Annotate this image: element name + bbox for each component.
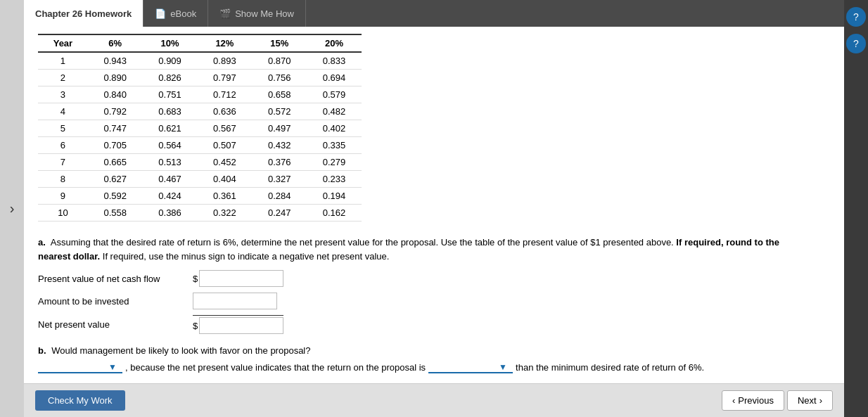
cell-value: 0.705: [88, 137, 143, 154]
help-icon[interactable]: ?: [846, 7, 866, 27]
cell-value: 0.327: [252, 171, 307, 188]
cell-value: 0.507: [197, 137, 252, 154]
section-a-label: a.: [38, 237, 46, 248]
cell-year: 6: [38, 137, 88, 154]
dropdown1-arrow-icon: ▼: [108, 362, 117, 372]
next-label: Next: [798, 395, 817, 406]
cell-value: 0.840: [88, 86, 143, 103]
cell-value: 0.792: [88, 103, 143, 120]
table-row: 10.9430.9090.8930.8700.833: [38, 52, 362, 70]
net-present-value-input[interactable]: [199, 317, 283, 334]
dropdown1-select[interactable]: Yes No: [38, 361, 108, 372]
homework-tab-label: Chapter 26 Homework: [35, 8, 132, 19]
section-a-text: a. Assuming that the desired rate of ret…: [38, 236, 812, 263]
section-b: b. Would management be likely to look wi…: [38, 345, 830, 373]
cell-value: 0.467: [143, 171, 198, 188]
cell-value: 0.797: [197, 70, 252, 86]
cell-year: 3: [38, 86, 88, 103]
previous-button[interactable]: ‹ Previous: [722, 390, 784, 411]
table-header-row: Year 6% 10% 12% 15% 20%: [38, 34, 362, 52]
next-button[interactable]: Next ›: [787, 390, 833, 411]
inline-text-1: , because the net present value indicate…: [125, 362, 426, 373]
cell-value: 0.567: [197, 120, 252, 137]
cell-value: 0.452: [197, 154, 252, 171]
dropdown2-arrow-icon: ▼: [499, 362, 507, 372]
cell-value: 0.482: [307, 103, 362, 120]
dropdown2-wrapper[interactable]: greater less equal ▼: [428, 361, 513, 373]
right-arrow-icon: ›: [10, 200, 15, 217]
pv-net-cashflow-input[interactable]: [199, 270, 283, 287]
cell-value: 0.497: [252, 120, 307, 137]
section-a-sub-text: If required, use the minus sign to indic…: [103, 251, 390, 262]
cell-value: 0.621: [143, 120, 198, 137]
tab-homework[interactable]: Chapter 26 Homework: [24, 0, 143, 27]
cell-value: 0.279: [307, 154, 362, 171]
cell-value: 0.579: [307, 86, 362, 103]
col-12pct: 12%: [197, 34, 252, 52]
dropdown1-wrapper[interactable]: Yes No ▼: [38, 361, 122, 373]
ebook-icon: 📄: [155, 8, 166, 19]
table-row: 100.5580.3860.3220.2470.162: [38, 205, 362, 222]
check-work-label: Check My Work: [48, 395, 113, 406]
col-year: Year: [38, 34, 88, 52]
info-icon[interactable]: ?: [846, 34, 866, 53]
amount-label: Amount to be invested: [38, 296, 186, 307]
cell-value: 0.558: [88, 205, 143, 222]
cell-value: 0.943: [88, 52, 143, 70]
tab-ebook[interactable]: 📄 eBook: [143, 0, 208, 27]
table-row: 50.7470.6210.5670.4970.402: [38, 120, 362, 137]
cell-value: 0.284: [252, 188, 307, 205]
table-body: 10.9430.9090.8930.8700.83320.8900.8260.7…: [38, 52, 362, 222]
cell-value: 0.890: [88, 70, 143, 86]
form-row-amount: Amount to be invested: [38, 293, 830, 309]
cell-value: 0.683: [143, 103, 198, 120]
scroll-area: Year 6% 10% 12% 15% 20% 10.9430.9090.893…: [24, 27, 844, 383]
section-b-main-text: Would management be likely to look with …: [51, 345, 310, 356]
section-a: a. Assuming that the desired rate of ret…: [38, 236, 830, 334]
cell-value: 0.712: [197, 86, 252, 103]
cell-year: 10: [38, 205, 88, 222]
show-me-how-tab-label: Show Me How: [235, 8, 294, 19]
bottom-bar: Check My Work ‹ Previous Next ›: [24, 383, 844, 417]
cell-value: 0.826: [143, 70, 198, 86]
cell-value: 0.402: [307, 120, 362, 137]
table-row: 90.5920.4240.3610.2840.194: [38, 188, 362, 205]
cell-value: 0.833: [307, 52, 362, 70]
left-panel-toggle[interactable]: ›: [0, 0, 24, 417]
cell-value: 0.322: [197, 205, 252, 222]
section-b-inline-form: Yes No ▼ , because the net present value…: [38, 361, 830, 373]
col-20pct: 20%: [307, 34, 362, 52]
show-me-how-icon: 🎬: [219, 8, 231, 19]
cell-value: 0.665: [88, 154, 143, 171]
cell-value: 0.233: [307, 171, 362, 188]
cell-value: 0.194: [307, 188, 362, 205]
form-row-npv: Net present value $: [38, 315, 830, 334]
cell-value: 0.162: [307, 205, 362, 222]
cell-value: 0.909: [143, 52, 198, 70]
cell-value: 0.592: [88, 188, 143, 205]
col-10pct: 10%: [143, 34, 198, 52]
cell-year: 2: [38, 70, 88, 86]
cell-value: 0.564: [143, 137, 198, 154]
cell-value: 0.572: [252, 103, 307, 120]
tab-show-me-how[interactable]: 🎬 Show Me How: [208, 0, 306, 27]
section-b-label: b.: [38, 345, 46, 356]
amount-invested-input[interactable]: [193, 293, 277, 309]
cell-value: 0.432: [252, 137, 307, 154]
tab-bar: Chapter 26 Homework 📄 eBook 🎬 Show Me Ho…: [24, 0, 844, 27]
next-arrow-icon: ›: [819, 395, 822, 406]
cell-value: 0.893: [197, 52, 252, 70]
dropdown2-select[interactable]: greater less equal: [428, 361, 499, 372]
cell-value: 0.747: [88, 120, 143, 137]
cell-year: 9: [38, 188, 88, 205]
col-6pct: 6%: [88, 34, 143, 52]
check-my-work-button[interactable]: Check My Work: [35, 390, 125, 411]
table-row: 80.6270.4670.4040.3270.233: [38, 171, 362, 188]
cell-value: 0.756: [252, 70, 307, 86]
col-15pct: 15%: [252, 34, 307, 52]
nav-buttons: ‹ Previous Next ›: [722, 390, 833, 411]
cell-year: 5: [38, 120, 88, 137]
cell-value: 0.386: [143, 205, 198, 222]
ebook-tab-label: eBook: [170, 8, 196, 19]
cell-year: 1: [38, 52, 88, 70]
